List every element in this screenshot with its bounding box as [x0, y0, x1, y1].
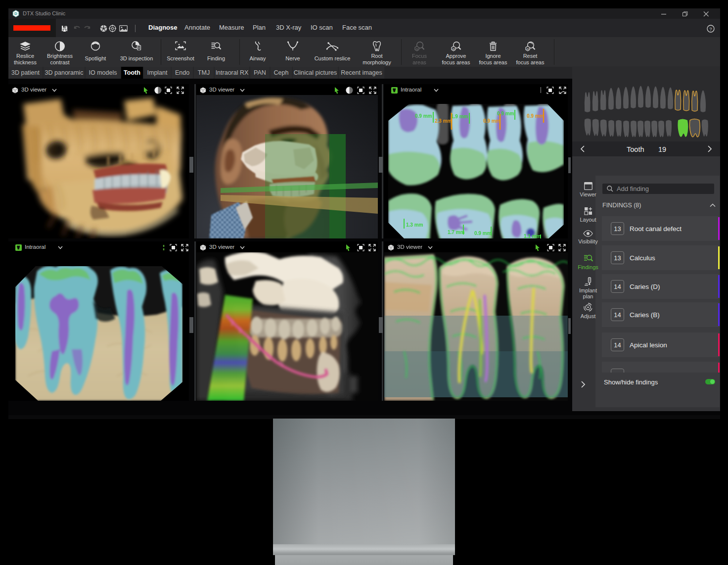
svg-text:0.9 mm: 0.9 mm	[527, 113, 544, 119]
svg-text:2.3 mm: 2.3 mm	[435, 118, 452, 124]
svg-text:0.9 mm: 0.9 mm	[474, 231, 492, 236]
svg-text:0.9 mm: 0.9 mm	[415, 113, 432, 119]
svg-text:0.9 mm: 0.9 mm	[483, 118, 500, 124]
svg-text:1.7 mm: 1.7 mm	[448, 230, 465, 235]
svg-text:AI: AI	[415, 47, 418, 50]
svg-text:AI: AI	[452, 47, 455, 50]
svg-text:AI: AI	[526, 47, 529, 50]
svg-text:?: ?	[709, 26, 712, 32]
svg-text:1.9 mm: 1.9 mm	[451, 114, 468, 119]
svg-text:D: D	[14, 11, 17, 16]
svg-text:1.1 mm: 1.1 mm	[524, 234, 541, 238]
svg-text:1.3 mm: 1.3 mm	[406, 222, 423, 228]
